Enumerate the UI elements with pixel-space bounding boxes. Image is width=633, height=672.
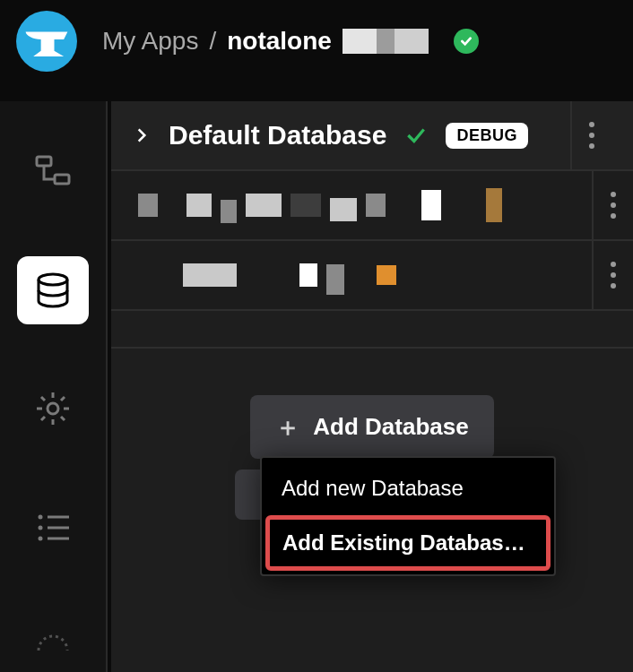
add-database-dropdown: Add new Database Add Existing Database…	[260, 456, 556, 576]
database-title[interactable]: Default Database	[169, 120, 386, 151]
breadcrumb-root[interactable]: My Apps	[102, 27, 198, 56]
gear-icon	[31, 387, 74, 430]
sidebar-item-gauge[interactable]	[17, 612, 89, 672]
table-row[interactable]	[111, 241, 633, 311]
svg-rect-0	[37, 157, 51, 166]
sidebar-item-database[interactable]	[17, 256, 89, 325]
gauge-icon	[31, 625, 74, 668]
list-icon	[31, 506, 74, 549]
redacted-text	[343, 29, 429, 54]
sidebar-item-list[interactable]	[17, 494, 89, 563]
database-header: Default Database DEBUG	[111, 101, 633, 171]
status-badge	[454, 29, 479, 54]
add-database-label: Add Database	[313, 413, 468, 441]
tree-icon	[31, 150, 74, 193]
header-menu-button[interactable]	[570, 101, 611, 169]
kebab-icon	[611, 262, 616, 289]
menu-item-add-new[interactable]: Add new Database	[265, 461, 551, 515]
anvil-logo[interactable]	[16, 11, 77, 72]
check-icon	[459, 34, 473, 48]
breadcrumb-separator: /	[209, 27, 216, 56]
database-icon	[31, 269, 74, 312]
add-database-button[interactable]: ＋ Add Database	[250, 395, 493, 459]
check-icon	[404, 124, 428, 147]
sidebar	[0, 101, 108, 672]
svg-rect-1	[55, 175, 69, 184]
svg-point-4	[39, 515, 43, 520]
add-database-area: ＋ Add Database Add new Database Add Exis…	[111, 349, 633, 459]
plus-icon: ＋	[275, 415, 300, 440]
sidebar-item-settings[interactable]	[17, 375, 89, 444]
svg-point-5	[39, 526, 43, 530]
svg-point-2	[39, 274, 67, 285]
top-bar: My Apps / notalone	[0, 0, 633, 82]
chevron-right-icon[interactable]	[133, 126, 151, 144]
svg-point-3	[48, 403, 58, 414]
menu-item-add-existing[interactable]: Add Existing Database…	[265, 515, 551, 571]
anvil-icon	[16, 11, 77, 72]
table-row[interactable]	[111, 171, 633, 241]
row-menu-button[interactable]	[592, 171, 633, 239]
kebab-icon	[611, 192, 616, 219]
breadcrumb: My Apps / notalone	[102, 27, 429, 56]
debug-badge[interactable]: DEBUG	[446, 123, 528, 149]
main-panel: Default Database DEBUG	[111, 101, 633, 672]
breadcrumb-current[interactable]: notalone	[227, 27, 332, 56]
svg-point-6	[39, 537, 43, 541]
row-menu-button[interactable]	[592, 241, 633, 309]
kebab-icon	[589, 122, 594, 149]
sidebar-item-tree[interactable]	[17, 137, 89, 206]
